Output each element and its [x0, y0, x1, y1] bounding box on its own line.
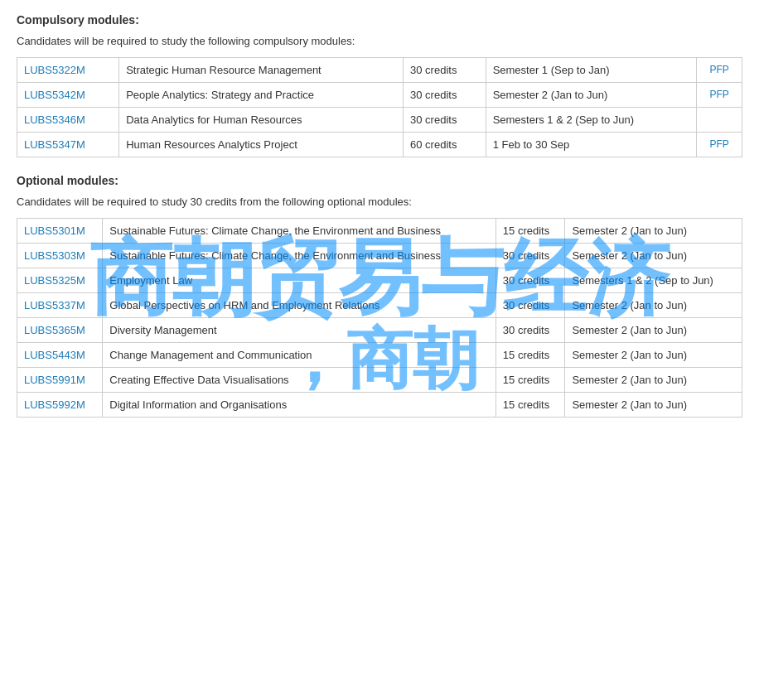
- module-code-cell[interactable]: LUBS5322M: [17, 58, 119, 83]
- module-code-cell[interactable]: LUBS5443M: [17, 343, 103, 368]
- table-row: LUBS5347MHuman Resources Analytics Proje…: [17, 133, 742, 157]
- module-credits-cell: 15 credits: [496, 368, 565, 393]
- module-pfp-cell: PFP: [697, 133, 742, 157]
- module-code-cell[interactable]: LUBS5347M: [17, 133, 119, 157]
- optional-heading: Optional modules:: [17, 174, 742, 187]
- module-semester-cell: Semesters 1 & 2 (Sep to Jun): [565, 268, 742, 293]
- module-title-cell: Sustainable Futures: Climate Change, the…: [103, 244, 496, 268]
- module-title-cell: Strategic Human Resource Management: [119, 58, 404, 83]
- module-semester-cell: 1 Feb to 30 Sep: [486, 133, 697, 157]
- module-semester-cell: Semester 2 (Jan to Jun): [565, 368, 742, 393]
- module-credits-cell: 30 credits: [404, 108, 486, 133]
- module-credits-cell: 60 credits: [404, 133, 486, 157]
- module-code-cell[interactable]: LUBS5301M: [17, 219, 103, 244]
- module-credits-cell: 30 credits: [404, 83, 486, 108]
- table-row: LUBS5325MEmployment Law30 creditsSemeste…: [17, 268, 742, 293]
- table-row: LUBS5322MStrategic Human Resource Manage…: [17, 58, 742, 83]
- optional-intro: Candidates will be required to study 30 …: [17, 196, 742, 208]
- module-semester-cell: Semester 1 (Sep to Jan): [486, 58, 697, 83]
- module-pfp-cell: PFP: [697, 58, 742, 83]
- module-credits-cell: 30 credits: [496, 244, 565, 268]
- table-row: LUBS5346MData Analytics for Human Resour…: [17, 108, 742, 133]
- module-semester-cell: Semesters 1 & 2 (Sep to Jun): [486, 108, 697, 133]
- module-code-cell[interactable]: LUBS5346M: [17, 108, 119, 133]
- module-title-cell: Sustainable Futures: Climate Change, the…: [103, 219, 496, 244]
- module-title-cell: Data Analytics for Human Resources: [119, 108, 404, 133]
- module-credits-cell: 30 credits: [496, 293, 565, 318]
- module-title-cell: Human Resources Analytics Project: [119, 133, 404, 157]
- compulsory-intro: Candidates will be required to study the…: [17, 35, 742, 47]
- module-pfp-cell-empty: [697, 108, 742, 133]
- table-row: LUBS5365MDiversity Management30 creditsS…: [17, 318, 742, 343]
- module-title-cell: Change Management and Communication: [103, 343, 496, 368]
- module-credits-cell: 15 credits: [496, 393, 565, 418]
- module-pfp-cell: PFP: [697, 83, 742, 108]
- compulsory-heading: Compulsory modules:: [17, 13, 742, 27]
- module-semester-cell: Semester 2 (Jan to Jun): [565, 244, 742, 268]
- module-credits-cell: 15 credits: [496, 219, 565, 244]
- module-code-cell[interactable]: LUBS5303M: [17, 244, 103, 268]
- module-semester-cell: Semester 2 (Jan to Jun): [565, 318, 742, 343]
- module-title-cell: Global Perspectives on HRM and Employmen…: [103, 293, 496, 318]
- module-title-cell: People Analytics: Strategy and Practice: [119, 83, 404, 108]
- table-row: LUBS5443MChange Management and Communica…: [17, 343, 742, 368]
- module-code-cell[interactable]: LUBS5337M: [17, 293, 103, 318]
- module-credits-cell: 15 credits: [496, 343, 565, 368]
- module-code-cell[interactable]: LUBS5365M: [17, 318, 103, 343]
- module-semester-cell: Semester 2 (Jan to Jun): [565, 393, 742, 418]
- module-semester-cell: Semester 2 (Jan to Jun): [486, 83, 697, 108]
- module-title-cell: Creating Effective Data Visualisations: [103, 368, 496, 393]
- module-semester-cell: Semester 2 (Jan to Jun): [565, 219, 742, 244]
- table-row: LUBS5337MGlobal Perspectives on HRM and …: [17, 293, 742, 318]
- module-semester-cell: Semester 2 (Jan to Jun): [565, 343, 742, 368]
- module-code-cell[interactable]: LUBS5342M: [17, 83, 119, 108]
- table-row: LUBS5301MSustainable Futures: Climate Ch…: [17, 219, 742, 244]
- table-row: LUBS5342MPeople Analytics: Strategy and …: [17, 83, 742, 108]
- module-semester-cell: Semester 2 (Jan to Jun): [565, 293, 742, 318]
- module-credits-cell: 30 credits: [496, 318, 565, 343]
- module-credits-cell: 30 credits: [496, 268, 565, 293]
- optional-table: LUBS5301MSustainable Futures: Climate Ch…: [17, 218, 742, 418]
- module-code-cell[interactable]: LUBS5992M: [17, 393, 103, 418]
- module-title-cell: Employment Law: [103, 268, 496, 293]
- table-row: LUBS5991MCreating Effective Data Visuali…: [17, 368, 742, 393]
- module-title-cell: Diversity Management: [103, 318, 496, 343]
- module-title-cell: Digital Information and Organisations: [103, 393, 496, 418]
- module-code-cell[interactable]: LUBS5325M: [17, 268, 103, 293]
- compulsory-table: LUBS5322MStrategic Human Resource Manage…: [17, 57, 742, 157]
- table-row: LUBS5303MSustainable Futures: Climate Ch…: [17, 244, 742, 268]
- module-code-cell[interactable]: LUBS5991M: [17, 368, 103, 393]
- module-credits-cell: 30 credits: [404, 58, 486, 83]
- table-row: LUBS5992MDigital Information and Organis…: [17, 393, 742, 418]
